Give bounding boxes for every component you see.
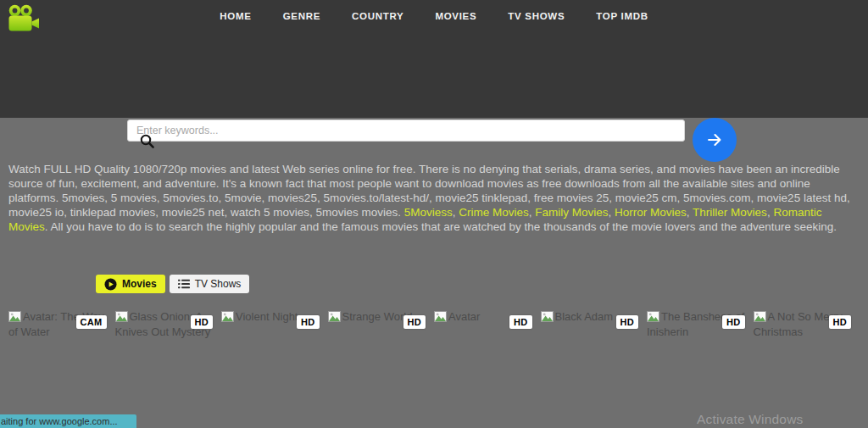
movie-item[interactable]: Black Adam HD [541,308,648,346]
quality-badge: HD [191,315,214,329]
movie-title: Violent Night [221,310,298,323]
movie-item[interactable]: Avatar: The Way of Water CAM [8,308,115,346]
broken-image-icon [754,311,766,322]
main-nav: HOME GENRE COUNTRY MOVIES TV SHOWS TOP I… [0,0,868,21]
movie-title: Avatar [434,310,480,323]
category-link[interactable]: Thriller Movies [693,206,767,219]
movie-item[interactable]: The Banshees of Inisherin HD [647,308,754,346]
category-link[interactable]: Family Movies [535,206,608,219]
category-link[interactable]: Horror Movies [615,206,687,219]
activate-windows-watermark: Activate Windows [697,412,804,427]
quality-badge: HD [509,315,532,329]
quality-badge: HD [403,315,426,329]
movie-item[interactable]: Avatar HD [434,308,541,346]
link-separator: , [609,206,615,219]
broken-image-icon [115,311,128,322]
list-icon [178,279,190,289]
nav-item[interactable]: GENRE [283,11,320,21]
broken-image-icon [434,311,447,322]
tab-tv-shows[interactable]: TV Shows [170,275,250,293]
nav-item[interactable]: HOME [220,11,251,21]
category-link[interactable]: Crime Movies [459,206,529,219]
quality-badge: HD [616,315,639,329]
movie-title: Black Adam [541,310,614,323]
broken-image-icon [647,311,659,322]
browser-status-bubble: aiting for www.google.com... [0,414,136,428]
quality-badge: CAM [76,315,107,329]
quality-badge: HD [829,315,852,329]
broken-image-icon [541,311,554,322]
quality-badge: HD [297,315,320,329]
tab-movies-label: Movies [122,278,157,290]
nav-item[interactable]: COUNTRY [352,11,403,21]
tab-tv-shows-label: TV Shows [195,278,242,290]
search-input[interactable] [127,120,685,142]
tab-movies[interactable]: Movies [96,275,165,293]
category-link[interactable]: 5Moviess [404,206,453,219]
movie-item[interactable]: Violent Night HD [221,308,328,346]
broken-image-icon [8,311,21,322]
header: HOME GENRE COUNTRY MOVIES TV SHOWS TOP I… [0,0,868,118]
movie-item[interactable]: A Not So Merry Christmas HD [754,308,860,346]
play-icon [104,278,117,291]
broken-image-icon [328,311,341,322]
page: HOME GENRE COUNTRY MOVIES TV SHOWS TOP I… [0,0,868,428]
broken-image-icon [221,311,234,322]
arrow-right-icon [705,131,724,149]
quality-badge: HD [722,315,745,329]
movie-title: Strange World [328,310,413,323]
search-submit-button[interactable] [693,118,737,162]
nav-item[interactable]: MOVIES [435,11,476,21]
movie-grid: Avatar: The Way of Water CAM Glass Onion… [8,308,860,346]
search-icon [139,133,155,149]
movie-item[interactable]: Strange World HD [328,308,435,346]
nav-item[interactable]: TOP IMDB [596,11,648,21]
link-separator: . [45,220,51,233]
intro-text-after: All you have to do is to search the high… [51,220,837,233]
content-tabs: Movies TV Shows [96,275,249,293]
movie-item[interactable]: Glass Onion: A Knives Out Mystery HD [115,308,222,346]
intro-paragraph: Watch FULL HD Quality 1080/720p movies a… [8,163,860,235]
nav-item[interactable]: TV SHOWS [508,11,565,21]
